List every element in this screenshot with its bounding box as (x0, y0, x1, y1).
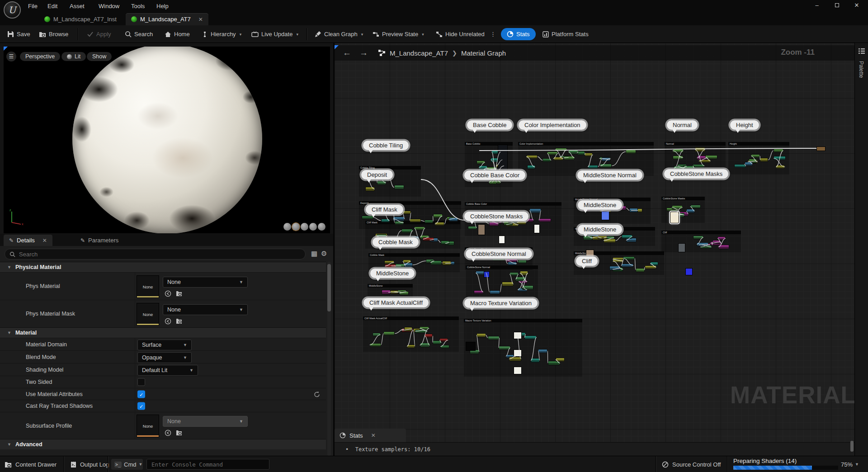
node-comment-group[interactable]: Cliff (661, 231, 741, 252)
material-expression-node[interactable] (693, 164, 704, 168)
material-expression-node[interactable] (479, 165, 487, 170)
details-scrollbar[interactable] (327, 262, 331, 456)
stats-panel-tab[interactable]: Stats ✕ (335, 429, 406, 442)
material-expression-node[interactable] (402, 211, 411, 214)
comment-bubble[interactable]: Cobble Base Color (464, 170, 526, 180)
texture-thumbnail-node[interactable] (466, 342, 476, 351)
material-expression-node[interactable] (499, 346, 510, 350)
texture-thumbnail-node[interactable] (534, 224, 540, 233)
material-expression-node[interactable] (622, 235, 632, 239)
material-expression-node[interactable] (440, 345, 449, 349)
material-expression-node[interactable] (395, 221, 404, 225)
output-log-button[interactable]: Output Log (71, 456, 109, 472)
material-expression-node[interactable] (425, 334, 433, 338)
material-expression-node[interactable] (623, 256, 635, 260)
material-expression-node[interactable] (490, 290, 500, 294)
material-expression-node[interactable] (568, 150, 578, 154)
shape-cube-button[interactable] (309, 223, 317, 231)
material-expression-node[interactable] (370, 343, 381, 347)
hierarchy-button[interactable]: Hierarchy▾ (200, 28, 243, 40)
material-expression-node[interactable] (695, 147, 705, 152)
tab-material-instance[interactable]: M_Landscape_AT7_Inst (39, 13, 122, 25)
details-tab-close-icon[interactable]: ✕ (42, 237, 47, 244)
platform-stats-button[interactable]: Platform Stats (541, 28, 590, 40)
material-expression-node[interactable] (442, 261, 451, 265)
material-expression-node[interactable] (489, 222, 499, 226)
cast-ray-traced-shadows-checkbox[interactable]: ✓ (137, 402, 145, 410)
source-control-button[interactable]: Source Control Off (662, 456, 721, 472)
perspective-button[interactable]: Perspective (20, 52, 60, 61)
material-expression-node[interactable] (476, 333, 486, 337)
material-expression-node[interactable] (382, 290, 391, 294)
material-expression-node[interactable] (508, 262, 517, 265)
close-button[interactable]: ✕ (852, 1, 862, 10)
material-expression-node[interactable] (509, 272, 519, 276)
material-expression-node[interactable] (531, 358, 540, 363)
material-expression-node[interactable] (613, 259, 623, 263)
material-expression-node[interactable] (774, 156, 786, 160)
material-expression-node[interactable] (564, 156, 575, 160)
browse-button[interactable]: Browse (37, 28, 70, 40)
texture-thumbnail-node[interactable] (484, 271, 490, 278)
texture-thumbnail-node[interactable] (499, 236, 505, 244)
material-expression-node[interactable] (556, 358, 565, 362)
preview-viewport[interactable]: ☰ Perspective Lit Show z x (4, 47, 330, 233)
live-update-button[interactable]: Live Update▾ (250, 28, 300, 40)
comment-bubble[interactable]: MiddleStone (577, 200, 623, 210)
material-expression-node[interactable] (705, 155, 717, 159)
material-expression-node[interactable] (430, 260, 442, 265)
material-expression-node[interactable] (774, 149, 783, 152)
material-expression-node[interactable] (423, 237, 434, 241)
material-expression-node[interactable] (529, 208, 541, 213)
material-expression-node[interactable] (609, 266, 620, 270)
material-expression-node[interactable] (373, 333, 381, 336)
material-expression-node[interactable] (539, 218, 551, 222)
comment-bubble[interactable]: MiddleStone (370, 268, 415, 278)
section-advanced[interactable]: ▼ Advanced (0, 439, 326, 449)
apply-button[interactable]: Apply (85, 28, 113, 40)
menu-tools[interactable]: Tools (128, 2, 147, 10)
comment-bubble[interactable]: Cobble Mask (372, 237, 419, 247)
material-expression-node[interactable] (385, 264, 396, 268)
comment-bubble[interactable]: CobbleStone Masks (464, 211, 529, 222)
use-material-attributes-checkbox[interactable]: ✓ (137, 390, 145, 398)
material-expression-node[interactable] (673, 149, 684, 153)
material-expression-node[interactable] (585, 153, 593, 156)
lit-mode-button[interactable]: Lit (61, 52, 86, 61)
material-expression-node[interactable] (433, 340, 441, 345)
stats-toggle-button[interactable]: Stats (501, 28, 536, 40)
texture-thumbnail-node[interactable] (514, 367, 522, 374)
material-expression-node[interactable] (393, 217, 405, 221)
material-expression-node[interactable] (401, 229, 413, 233)
menu-edit[interactable]: Edit (45, 2, 60, 10)
subsurface-profile-thumbnail[interactable]: None (137, 415, 159, 437)
comment-bubble[interactable]: CobbleStone Normal (465, 249, 533, 259)
material-expression-node[interactable] (441, 241, 449, 245)
menu-help[interactable]: Help (154, 2, 171, 10)
material-expression-node[interactable] (476, 160, 485, 164)
material-expression-node[interactable] (527, 165, 535, 169)
material-expression-node[interactable] (435, 222, 444, 226)
material-expression-node[interactable] (489, 180, 497, 184)
material-expression-node[interactable] (697, 242, 708, 246)
use-selected-icon[interactable] (165, 318, 171, 325)
material-expression-node[interactable] (383, 331, 395, 335)
content-drawer-button[interactable]: Content Drawer (5, 456, 57, 472)
material-expression-node[interactable] (690, 205, 701, 208)
tab-close-icon[interactable]: ✕ (198, 16, 203, 23)
material-expression-node[interactable] (600, 164, 612, 168)
material-expression-node[interactable] (404, 327, 412, 331)
comment-bubble[interactable]: Macro Texture Variation (464, 298, 538, 308)
material-expression-node[interactable] (420, 326, 429, 330)
minimize-button[interactable]: – (812, 1, 822, 10)
material-expression-node[interactable] (760, 158, 768, 162)
material-expression-node[interactable] (547, 151, 558, 155)
texture-thumbnail-node[interactable] (601, 211, 609, 220)
menu-asset[interactable]: Asset (67, 2, 87, 10)
search-button[interactable]: Search (123, 28, 155, 40)
unreal-logo[interactable]: U (4, 1, 21, 19)
clean-graph-button[interactable]: Clean Graph▾ (313, 28, 365, 40)
material-expression-node[interactable] (410, 219, 421, 222)
material-expression-node[interactable] (488, 336, 500, 340)
two-sided-checkbox[interactable] (137, 378, 145, 386)
